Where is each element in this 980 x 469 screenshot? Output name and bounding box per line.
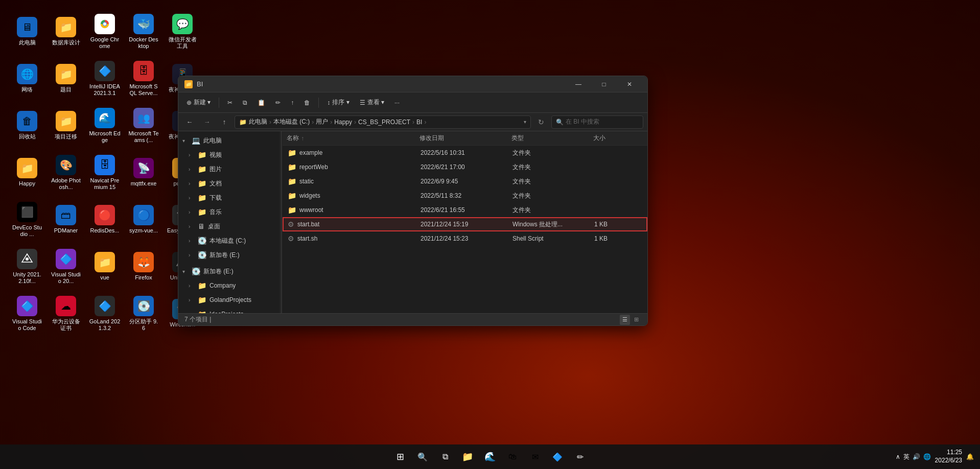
desktop-icon-syzm[interactable]: 🔵 syzm-vue... — [126, 197, 161, 242]
file-explorer-taskbar-button[interactable]: 📁 — [458, 448, 477, 466]
sort-button[interactable]: ↕ 排序 ▾ — [323, 96, 353, 109]
rename-button[interactable]: ✏ — [271, 97, 285, 108]
path-part-project: CS_BS_PROJECT — [358, 119, 410, 126]
sidebar-item-downloads[interactable]: › 📁 下载 — [178, 191, 280, 205]
sidebar-item-music[interactable]: › 📁 音乐 — [178, 205, 280, 219]
desktop-icon-database[interactable]: 📁 数据库设计 — [48, 9, 84, 54]
delete-button[interactable]: 🗑 — [300, 97, 314, 108]
file-row-startsh[interactable]: ⚙ start.sh 2021/12/24 15:23 Shell Script… — [283, 231, 647, 246]
sidebar-item-goland[interactable]: › 📁 GolandProjects — [178, 293, 280, 307]
file-row-example[interactable]: 📁 example 2022/5/16 10:31 文件夹 — [283, 146, 647, 160]
desktop-icon-vstudio[interactable]: 🔷 Visual Studio 20... — [48, 244, 84, 289]
minimize-button[interactable]: — — [567, 76, 590, 92]
tray-up-icon[interactable]: ∧ — [896, 453, 900, 460]
paste-button[interactable]: 📋 — [253, 97, 269, 108]
sidebar-localc-label: 本地磁盘 (C:) — [209, 237, 246, 245]
edge-taskbar-button[interactable]: 🌊 — [481, 448, 499, 466]
localc-sidebar-icon: 💽 — [198, 237, 206, 245]
list-view-button[interactable]: ☰ — [620, 315, 630, 325]
desktop-icon-intellij[interactable]: 🔷 IntelliJ IDEA 2021.3.1 — [87, 56, 123, 101]
desktop-icon-vue[interactable]: 📁 vue — [87, 244, 123, 289]
sidebar-item-computer[interactable]: ▾ 💻 此电脑 — [178, 133, 280, 148]
file-list: 名称 ↑ 修改日期 类型 大小 📁 — [283, 131, 647, 313]
sidebar-item-pictures[interactable]: › 📁 图片 — [178, 162, 280, 176]
col-header-date[interactable]: 修改日期 — [419, 134, 511, 143]
copy-button[interactable]: ⧉ — [239, 97, 251, 108]
col-header-type[interactable]: 类型 — [511, 134, 593, 143]
forward-button[interactable]: → — [200, 115, 214, 129]
desktop-icon-adobe[interactable]: 🎨 Adobe Photosh... — [48, 150, 84, 195]
clock[interactable]: 11:25 2022/6/23 — [935, 449, 962, 464]
new-button[interactable]: ⊕ 新建 ▾ — [182, 96, 215, 109]
sidebar-item-idea[interactable]: › 📁 IdeaProjects — [178, 307, 280, 313]
store-taskbar-button[interactable]: 🛍 — [503, 448, 522, 466]
search-box[interactable]: 🔍 在 BI 中搜索 — [551, 115, 643, 129]
share-button[interactable]: ↑ — [287, 97, 298, 108]
desktop-icon-huawei[interactable]: ☁ 华为云设备证书 — [48, 291, 84, 336]
language-indicator[interactable]: 英 — [903, 453, 909, 461]
desktop-icon-chrome[interactable]: Google Chrome — [87, 9, 123, 54]
desktop-icon-deveco[interactable]: ⬛ DevEco Studio ... — [9, 197, 45, 242]
path-part-computer: 此电脑 — [249, 118, 267, 126]
notification-icon[interactable]: 🔔 — [966, 453, 974, 460]
file-date-widgets: 2022/5/11 8:32 — [421, 192, 512, 199]
pen-taskbar-button[interactable]: ✏ — [571, 448, 589, 466]
speaker-icon[interactable]: 🔊 — [913, 453, 920, 460]
file-row-widgets[interactable]: 📁 widgets 2022/5/11 8:32 文件夹 — [283, 189, 647, 203]
desktop-icon-sqlserver[interactable]: 🗄 Microsoft SQL Serve... — [126, 56, 161, 101]
downloads-sidebar-icon: 📁 — [198, 194, 206, 202]
desktop-icon-wechat[interactable]: 💬 微信开发者工具 — [165, 9, 200, 54]
col-header-name[interactable]: 名称 ↑ — [287, 134, 419, 143]
grid-view-button[interactable]: ⊞ — [631, 315, 641, 325]
desktop-icon-teams[interactable]: 👥 Microsoft Teams (... — [126, 103, 161, 148]
desktop-icon-edge[interactable]: 🌊 Microsoft Edge — [87, 103, 123, 148]
back-button[interactable]: ← — [182, 115, 197, 129]
file-name-text-widgets: widgets — [299, 192, 320, 199]
file-row-wwwroot[interactable]: 📁 wwwroot 2022/6/21 16:55 文件夹 — [283, 203, 647, 217]
search-taskbar-button[interactable]: 🔍 — [413, 448, 432, 466]
file-row-static[interactable]: 📁 static 2022/6/9 9:45 文件夹 — [283, 174, 647, 189]
desktop-icon-firefox[interactable]: 🦊 Firefox — [126, 244, 161, 289]
desktop-icon-unity[interactable]: Unity 2021.2.10f... — [9, 244, 45, 289]
refresh-button[interactable]: ↻ — [534, 115, 548, 129]
maximize-button[interactable]: □ — [592, 76, 616, 92]
desktop-icon-fenzhu[interactable]: 💽 分区助手 9.6 — [126, 291, 161, 336]
desktop: 🖥 此电脑 📁 数据库设计 Google Chrome 🐳 Docker Des… — [0, 0, 980, 469]
cut-button[interactable]: ✂ — [223, 97, 237, 108]
desktop-icon-goland[interactable]: 🔷 GoLand 2021.3.2 — [87, 291, 123, 336]
desktop-icon-migrate[interactable]: 📁 项目迁移 — [48, 103, 84, 148]
desktop-icon-happy[interactable]: 📁 Happy — [9, 150, 45, 195]
start-button[interactable]: ⊞ — [391, 448, 409, 466]
address-path[interactable]: 📁 此电脑 › 本地磁盘 (C:) › 用户 › Happy › CS_BS_P… — [235, 115, 531, 129]
mail-taskbar-button[interactable]: ✉ — [526, 448, 544, 466]
window-title: BI — [197, 80, 203, 88]
more-button[interactable]: ··· — [390, 97, 404, 108]
col-header-size[interactable]: 大小 — [593, 134, 643, 143]
desktop-icon-redis[interactable]: 🔴 RedisDes... — [87, 197, 123, 242]
sidebar-item-local-e[interactable]: › 💽 新加卷 (E:) — [178, 248, 280, 262]
sidebar-resize-handle[interactable] — [281, 131, 283, 313]
file-row-startbat[interactable]: ⚙ start.bat 2021/12/24 15:19 Windows 批处理… — [283, 217, 647, 231]
up-button[interactable]: ↑ — [217, 115, 231, 129]
sidebar-item-desktop-folder[interactable]: › 🖥 桌面 — [178, 219, 280, 233]
desktop-icon-vscode[interactable]: 🔷 Visual Studio Code — [9, 291, 45, 336]
desktop-icon-recycle[interactable]: 🗑 回收站 — [9, 103, 45, 148]
sidebar-item-local-c[interactable]: › 💽 本地磁盘 (C:) — [178, 233, 280, 248]
sidebar-item-documents[interactable]: › 📁 文档 — [178, 176, 280, 191]
sidebar-item-company[interactable]: › 📁 Company — [178, 278, 280, 293]
file-row-reportweb[interactable]: 📁 reportWeb 2022/6/21 17:00 文件夹 — [283, 160, 647, 174]
desktop-icon-pdmaner[interactable]: 🗃 PDManer — [48, 197, 84, 242]
sidebar-item-locale2[interactable]: ▾ 💽 新加卷 (E:) — [178, 264, 280, 278]
desktop-icon-navicat[interactable]: 🗄 Navicat Premium 15 — [87, 150, 123, 195]
close-button[interactable]: ✕ — [618, 76, 641, 92]
desktop-icon-computer[interactable]: 🖥 此电脑 — [9, 9, 45, 54]
task-view-button[interactable]: ⧉ — [436, 448, 454, 466]
desktop-icon-mqtt[interactable]: 📡 mqttfx.exe — [126, 150, 161, 195]
desktop-icon-network[interactable]: 🌐 网络 — [9, 56, 45, 101]
network-tray-icon[interactable]: 🌐 — [923, 453, 931, 460]
sidebar-item-videos[interactable]: › 📁 视频 — [178, 148, 280, 162]
desktop-icon-mulu[interactable]: 📁 题目 — [48, 56, 84, 101]
desktop-icon-docker[interactable]: 🐳 Docker Desktop — [126, 9, 161, 54]
purple-taskbar-button[interactable]: 🔷 — [548, 448, 567, 466]
view-button[interactable]: ☰ 查看 ▾ — [356, 96, 388, 109]
